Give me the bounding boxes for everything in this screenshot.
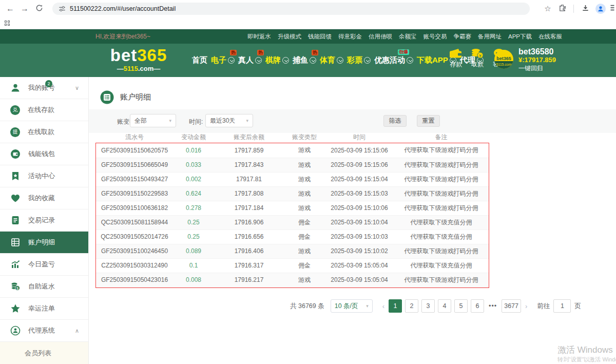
round-logo-badge[interactable]: bet365 5115.com <box>494 50 513 69</box>
forward-button[interactable]: → <box>17 4 32 13</box>
address-bar[interactable]: 511500222.com/#/user/accountDetail <box>52 3 530 15</box>
bookmark-star-icon[interactable]: ☆ <box>541 4 555 13</box>
coins-stack-icon: $ <box>10 281 21 292</box>
nav-slots[interactable]: 电子热 <box>211 55 235 65</box>
hot-badge: 热 <box>257 50 264 55</box>
reset-button[interactable]: 重置 <box>417 115 440 127</box>
col-time: 时间 <box>325 131 394 143</box>
page-button[interactable]: 2 <box>405 299 418 313</box>
table-icon <box>10 237 21 247</box>
deposit-button[interactable]: 存款 <box>448 48 464 69</box>
sidebar-item-lucky-bets[interactable]: 幸运注单 <box>0 298 88 320</box>
goto-label: 前往 <box>537 302 550 311</box>
nav-lottery[interactable]: 彩票 <box>347 55 371 65</box>
top-utility-bar: HI,欢迎来到bet365~ 即时返水 升级模式 钱能回馈 得意彩金 信用借呗 … <box>0 29 616 44</box>
reload-icon <box>35 4 43 12</box>
link-money-feedback[interactable]: 钱能回馈 <box>308 33 332 41</box>
extensions-icon[interactable] <box>555 4 569 14</box>
sidebar-item-online-withdraw[interactable]: 提 在线取款 <box>0 121 88 143</box>
page-button[interactable]: 4 <box>438 299 451 313</box>
sidebar-item-today-pnl[interactable]: 今日盈亏 <box>0 254 88 276</box>
notification-badge: 2 <box>45 80 52 87</box>
col-amount: 变动金额 <box>173 131 214 143</box>
link-account-trade[interactable]: 账号交易 <box>423 33 447 41</box>
site-info-icon <box>59 5 66 12</box>
wallet-icon <box>449 48 463 59</box>
browser-menu-icon[interactable] <box>609 4 616 13</box>
link-backup-url[interactable]: 备用网址 <box>478 33 502 41</box>
page-button[interactable]: 1 <box>389 299 402 313</box>
link-credit-loan[interactable]: 信用借呗 <box>369 33 392 41</box>
page-button[interactable]: 5 <box>454 299 468 313</box>
sidebar-item-agent-system[interactable]: 代理系统 ∧ <box>0 320 88 342</box>
site-logo[interactable]: bet365 —5115.com— <box>103 47 175 72</box>
deposit-circle-icon: 兑 <box>10 105 20 115</box>
svg-text:¥: ¥ <box>478 53 482 58</box>
reload-button[interactable] <box>32 4 46 14</box>
chevron-down-icon: ∨ <box>75 85 79 91</box>
hot-badge: 热 <box>230 50 237 55</box>
more-pages-icon[interactable]: ••• <box>489 302 497 310</box>
table-row: GF250309150504230160.00817916.217游戏2025-… <box>96 273 489 287</box>
filter-time-select[interactable]: 最近30天 ▾ <box>205 114 253 127</box>
star-icon <box>10 303 21 314</box>
chart-icon <box>10 259 21 270</box>
goto-page-input[interactable]: 1 <box>553 299 571 313</box>
pagination: 共 36769 条 10 条/页 ▾ ‹ 1 2 3 4 5 6 ••• 367… <box>290 299 581 313</box>
sidebar-item-transaction-records[interactable]: 交易记录 <box>0 209 88 232</box>
filter-button[interactable]: 筛选 <box>383 115 407 127</box>
next-page-button[interactable]: › <box>525 302 527 310</box>
nav-promotions[interactable]: 优惠活动劲爆 <box>374 55 413 65</box>
logo-bet: bet <box>110 46 138 65</box>
sidebar-item-account-detail[interactable]: 账户明细 <box>0 232 88 254</box>
svg-text:$: $ <box>16 286 18 290</box>
nav-live[interactable]: 真人热 <box>238 55 262 65</box>
download-icon[interactable] <box>578 4 592 14</box>
chevron-down-icon <box>364 57 371 64</box>
page-button[interactable]: 6 <box>471 299 484 313</box>
nav-fishing[interactable]: 捕鱼热 <box>293 55 316 65</box>
prev-page-button[interactable]: ‹ <box>382 302 384 310</box>
filter-type-select[interactable]: 全部 ▾ <box>130 114 176 127</box>
withdraw-button[interactable]: ¥ 取款 <box>469 48 486 69</box>
sidebar-item-self-rebate[interactable]: $ 自助返水 <box>0 276 88 298</box>
sidebar-item-activity-center[interactable]: 活动中心 <box>0 165 88 187</box>
page-button[interactable]: 3677 <box>502 299 521 313</box>
sidebar-item-wallet[interactable]: 钱能钱包 <box>0 143 88 165</box>
goto-suffix: 页 <box>574 302 581 311</box>
sidebar-item-my-account[interactable]: 我的账号 2 ∨ <box>0 77 88 99</box>
link-bonus[interactable]: 得意彩金 <box>338 33 362 41</box>
account-detail-table: 流水号 变动金额 账变后余额 账变类型 时间 备注 GF250309151506… <box>96 131 489 288</box>
heart-icon <box>10 193 21 203</box>
windows-activation-watermark: 激活 Windows 转到“设置”以激活 Windows。 <box>557 344 616 363</box>
page-title: 账户明细 <box>120 92 151 102</box>
link-upgrade-mode[interactable]: 升级模式 <box>278 33 301 41</box>
link-instant-rebate[interactable]: 即时返水 <box>247 33 271 41</box>
nav-chess[interactable]: 棋牌 <box>265 55 289 65</box>
caret-down-icon: ▾ <box>246 118 248 123</box>
link-yuebao[interactable]: 余额宝 <box>399 33 417 41</box>
toolbar-divider <box>573 5 574 13</box>
sidebar-subitem-member-list[interactable]: 会员列表 <box>0 342 88 364</box>
logo-365: 365 <box>137 46 167 65</box>
one-key-recall[interactable]: 一键回归 <box>518 64 556 72</box>
profile-avatar[interactable] <box>595 4 606 14</box>
account-summary: bet36580 ¥:17917.859 一键回归 <box>518 48 556 72</box>
back-button[interactable]: ← <box>3 4 17 13</box>
ribbon-icon <box>10 171 21 181</box>
link-tournament[interactable]: 争霸赛 <box>453 33 471 41</box>
chevron-up-icon: ∧ <box>75 328 79 334</box>
nav-sports[interactable]: 体育 <box>320 55 343 65</box>
wallet-circle-icon <box>10 149 21 159</box>
link-app-download[interactable]: APP下载 <box>508 33 532 41</box>
link-online-service[interactable]: 在线客服 <box>538 33 562 41</box>
table-row: QC250309150520147260.2517916.656佣金2025-0… <box>96 229 489 244</box>
sidebar-item-favorites[interactable]: 我的收藏 <box>0 187 88 209</box>
nav-home[interactable]: 首页 <box>192 55 207 65</box>
page-button[interactable]: 3 <box>421 299 435 313</box>
per-page-select[interactable]: 10 条/页 ▾ <box>331 299 373 313</box>
welcome-text: HI,欢迎来到bet365~ <box>95 32 150 41</box>
tab-groups-icon[interactable] <box>5 21 10 26</box>
col-balance-after: 账变后余额 <box>214 131 284 143</box>
sidebar-item-online-deposit[interactable]: 兑 在线存款 <box>0 99 88 121</box>
